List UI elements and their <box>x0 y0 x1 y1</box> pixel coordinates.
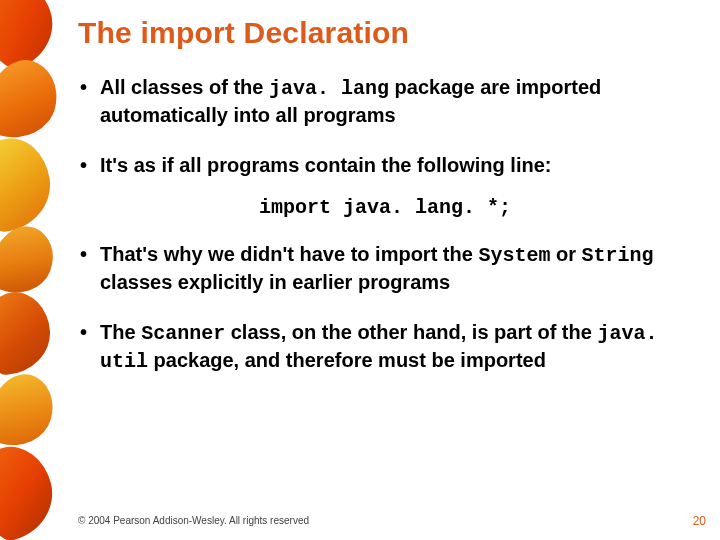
bullet-item: It's as if all programs contain the foll… <box>78 152 692 178</box>
bullet-text: classes explicitly in earlier programs <box>100 271 450 293</box>
bullet-text: The <box>100 321 141 343</box>
bullet-list: All classes of the java. lang package ar… <box>78 74 692 178</box>
slide-title: The import Declaration <box>78 16 692 50</box>
leaf-icon <box>0 133 56 234</box>
bullet-text: or <box>550 243 581 265</box>
inline-code: java. lang <box>269 77 389 100</box>
bullet-item: All classes of the java. lang package ar… <box>78 74 692 128</box>
page-number: 20 <box>693 514 706 528</box>
slide: The import Declaration All classes of th… <box>0 0 720 540</box>
bullet-text: All classes of the <box>100 76 269 98</box>
code-block: import java. lang. *; <box>78 196 692 219</box>
leaf-icon <box>0 53 60 147</box>
inline-code: String <box>582 244 654 267</box>
leaf-icon <box>0 439 60 540</box>
bullet-text: It's as if all programs contain the foll… <box>100 154 551 176</box>
inline-code: System <box>478 244 550 267</box>
bullet-text: package, and therefore must be imported <box>148 349 546 371</box>
bullet-list: That's why we didn't have to import the … <box>78 241 692 375</box>
inline-code: Scanner <box>141 322 225 345</box>
leaf-icon <box>0 290 53 376</box>
copyright-footer: © 2004 Pearson Addison-Wesley. All right… <box>78 515 309 526</box>
leaf-decoration <box>0 0 60 540</box>
bullet-text: class, on the other hand, is part of the <box>225 321 597 343</box>
bullet-item: The Scanner class, on the other hand, is… <box>78 319 692 375</box>
bullet-text: That's why we didn't have to import the <box>100 243 478 265</box>
bullet-item: That's why we didn't have to import the … <box>78 241 692 295</box>
content-area: The import Declaration All classes of th… <box>78 16 692 399</box>
leaf-icon <box>0 367 60 455</box>
